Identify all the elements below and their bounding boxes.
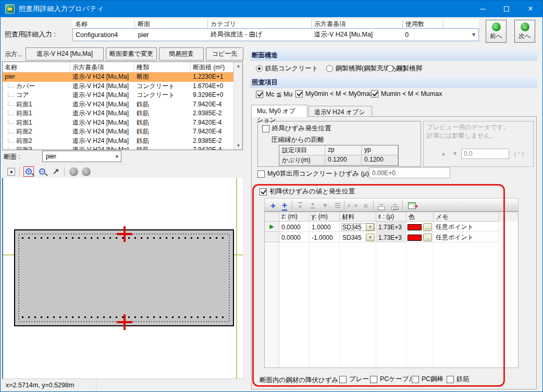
material-combobox[interactable]: SD345▼ xyxy=(341,223,375,231)
tree-row[interactable]: 前面2道示-V H24 [Mu,Ma]鉄筋2.9385E-2 xyxy=(3,137,242,146)
grid-cell-y[interactable]: 1.0000 xyxy=(310,222,340,232)
configuration-combobox[interactable]: Configuration4pier終局強度法 - 曲げ道示-V H24 [Mu… xyxy=(72,28,479,41)
grid-cell-z[interactable]: 0.0000 xyxy=(279,232,310,242)
zoom-extents-icon[interactable] xyxy=(6,166,16,177)
check-footer-2[interactable]: PC鋼棒 xyxy=(412,375,443,384)
tree-column-0[interactable]: 名称 xyxy=(3,62,70,72)
rebar-dot xyxy=(166,316,167,318)
spin-down-icon[interactable]: ▼ xyxy=(452,151,458,156)
check-footer-3[interactable]: 鉄筋 xyxy=(447,375,470,384)
grid-row[interactable]: 0.0000-1.0000SD345▼1.73E+3…任意ポイント xyxy=(265,232,518,242)
tree-column-3[interactable]: 断面積 (m²) xyxy=(191,62,233,72)
check-footer-2-label: PC鋼棒 xyxy=(422,375,443,384)
tree-row[interactable]: カバー道示-V H24 [Mu,Ma]コンクリート1.6704E+0 xyxy=(3,82,242,91)
add-row-icon[interactable]: + xyxy=(268,200,278,211)
maximize-button[interactable] xyxy=(495,1,519,17)
grid-row[interactable]: ▶0.00001.0000SD345▼1.73E+3…任意ポイント xyxy=(265,222,518,232)
grid-cell-memo[interactable]: 任意ポイント xyxy=(434,222,499,232)
tree-row[interactable]: 前面1道示-V H24 [Mu,Ma]鉄筋2.9385E-2 xyxy=(3,109,242,118)
check-footer-1[interactable]: PCケーブル xyxy=(370,375,415,384)
grid-col-0[interactable]: z: (m) xyxy=(279,212,310,222)
tree-row[interactable]: 前面2道示-V H24 [Mu,Ma]鉄筋7.9420E-4 xyxy=(3,127,242,137)
grid-col-3[interactable]: ε : (μ) xyxy=(376,212,406,222)
check-ultimate-strain[interactable]: 終局ひずみ発生位置 xyxy=(262,124,331,133)
close-button[interactable]: × xyxy=(519,1,542,17)
rename-icon[interactable]: A→B xyxy=(347,200,357,211)
forward-arrow-glyph: → xyxy=(82,167,91,176)
next-button[interactable]: → 次へ xyxy=(514,20,535,43)
tree-cell-kind: 鉄筋 xyxy=(134,137,191,146)
chevron-down-icon[interactable]: ▾ xyxy=(472,31,475,38)
color-swatch[interactable] xyxy=(408,224,422,230)
color-picker-button[interactable]: … xyxy=(423,234,432,241)
tree-column-1[interactable]: 示方書条項 xyxy=(70,62,134,72)
grid-cell-y[interactable]: -1.0000 xyxy=(310,232,340,242)
fit-number-icon[interactable]: ↔123 xyxy=(390,200,400,211)
change-by-element-button[interactable]: 断面要素で変更 xyxy=(106,47,157,60)
zoom-in-icon[interactable]: + xyxy=(23,166,34,177)
tree-scrollbar[interactable]: ▲ ▼ xyxy=(233,62,242,150)
material-combobox[interactable]: SD345▼ xyxy=(341,233,375,242)
tab-shihou[interactable]: 示方... xyxy=(5,50,22,59)
tree-column-2[interactable]: 種類 xyxy=(134,62,191,72)
check-footer-3-label: 鉄筋 xyxy=(456,375,470,384)
export-table-icon[interactable] xyxy=(406,200,417,211)
move-top-icon[interactable]: ▲ xyxy=(295,200,305,211)
current-row-icon: ▶ xyxy=(269,224,274,229)
rebar-dot xyxy=(159,237,161,239)
simple-check-button[interactable]: 簡易照査 xyxy=(159,47,204,60)
angle-input[interactable]: 0.0 xyxy=(461,149,509,159)
check-item-1[interactable]: My0min < M < My0max xyxy=(295,90,373,97)
section-canvas[interactable] xyxy=(2,178,243,378)
section-combobox[interactable]: pier ▾ xyxy=(42,151,121,162)
tab-option-0[interactable]: Mu, My0 オプション xyxy=(251,105,307,117)
tree-row[interactable]: 前面1道示-V H24 [Mu,Ma]鉄筋7.9420E-4 xyxy=(3,100,242,109)
grid-col-4[interactable]: 色 xyxy=(406,212,434,222)
view-forward-icon[interactable]: → xyxy=(81,166,91,177)
append-row-icon[interactable]: + xyxy=(279,200,290,211)
check-item-0[interactable]: Mc ≦ Mu xyxy=(256,90,292,98)
delete-row-icon[interactable]: × xyxy=(361,200,371,211)
tab-option-1[interactable]: 道示V H24 オプション xyxy=(308,106,372,117)
copy-to-button[interactable]: コピー先 xyxy=(206,47,243,60)
spin-up-icon[interactable]: ▲ xyxy=(441,151,446,156)
clause-button[interactable]: 道示-V H24 [Mu,Ma] xyxy=(26,47,104,60)
grid-cell-epsilon: 1.73E+3 xyxy=(376,222,406,232)
tree-row[interactable]: 前面3道示-V H24 [Mu,Ma]鉄筋7.9420E-4 xyxy=(3,145,242,150)
minimize-button[interactable] xyxy=(471,1,495,17)
chevron-down-icon[interactable]: ▼ xyxy=(366,234,375,241)
grid-cell-z[interactable]: 0.0000 xyxy=(279,222,310,232)
my0-strain-input[interactable]: 0.00E+0 xyxy=(369,167,450,178)
scroll-down-icon[interactable]: ▼ xyxy=(234,143,243,148)
check-initial-yield-strain[interactable]: 初降伏ひずみの値と発生位置 xyxy=(260,187,355,196)
check-my0-strain[interactable]: My0算出用コンクリートひずみ (μ) xyxy=(257,169,369,178)
view-back-icon[interactable]: ← xyxy=(68,166,79,177)
config-column-使用数: 使用数 xyxy=(403,19,443,28)
grid-col-5[interactable]: メモ xyxy=(434,212,499,222)
scroll-up-icon[interactable]: ▲ xyxy=(234,64,243,68)
pan-icon[interactable]: ↗ xyxy=(51,166,61,177)
color-swatch[interactable] xyxy=(408,235,422,241)
tree-row[interactable]: 前面1道示-V H24 [Mu,Ma]鉄筋7.9420E-4 xyxy=(3,118,242,128)
move-bottom-icon[interactable]: ▼ xyxy=(307,200,318,211)
grid-cell-memo[interactable]: 任意ポイント xyxy=(434,232,499,242)
grid-col-1[interactable]: y: (m) xyxy=(310,212,340,222)
zoom-out-icon[interactable]: − xyxy=(37,166,47,177)
chevron-down-icon[interactable]: ▼ xyxy=(366,223,375,231)
grid-col-2[interactable]: 材料 xyxy=(340,212,376,222)
copy-rows-icon[interactable] xyxy=(332,200,343,211)
tree-cell-clause: 道示-V H24 [Mu,Ma] xyxy=(70,127,134,137)
radio-structure-2[interactable]: 鋼製橋脚 xyxy=(387,64,422,73)
insert-row-icon[interactable]: ▼ xyxy=(320,200,330,211)
grid-row-header[interactable]: ▶ xyxy=(265,222,279,232)
radio-structure-0[interactable]: 鉄筋コンクリート xyxy=(256,64,318,73)
tree-row[interactable]: pier道示-V H24 [Mu,Ma]断面1.2230E+1 xyxy=(3,72,242,82)
grid-cell-color: … xyxy=(406,222,434,232)
fit-column-icon[interactable]: ↔ xyxy=(376,200,387,211)
prev-button[interactable]: ← 前へ xyxy=(486,20,507,43)
color-picker-button[interactable]: … xyxy=(423,223,432,231)
check-item-2[interactable]: Mumin < M < Mumax xyxy=(371,90,442,97)
tree-row[interactable]: コア道示-V H24 [Mu,Ma]コンクリート9.3296E+0 xyxy=(3,91,242,100)
grid-row-header[interactable] xyxy=(265,232,279,242)
check-item-2-label: Mumin < M < Mumax xyxy=(381,90,442,97)
